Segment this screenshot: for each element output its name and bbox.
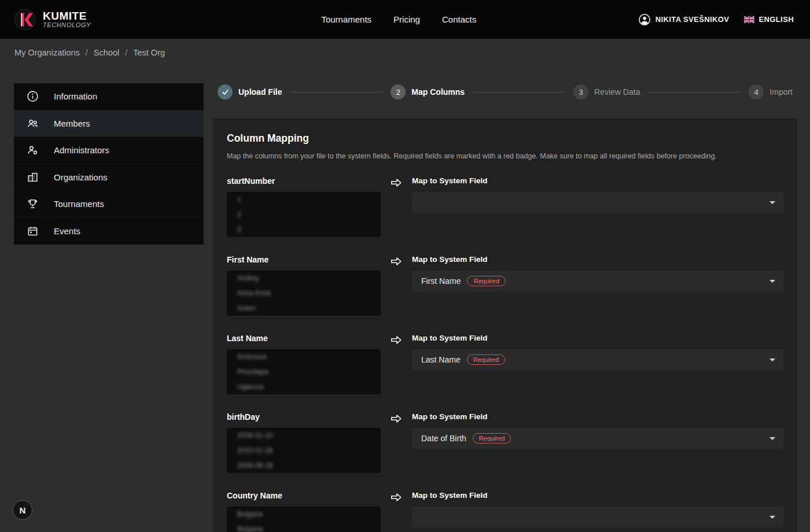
card-description: Map the columns from your file to the sy… bbox=[227, 152, 783, 160]
sidebar-item-label: Organizations bbox=[54, 172, 108, 182]
breadcrumb-school[interactable]: School bbox=[94, 48, 119, 57]
system-field-select[interactable]: First Name Required bbox=[412, 271, 783, 291]
nav-link-tournaments[interactable]: Tournaments bbox=[321, 14, 371, 24]
select-value: Last Name bbox=[421, 355, 461, 364]
brand-name: KUMITE bbox=[43, 10, 91, 22]
step-connector bbox=[648, 92, 741, 93]
breadcrumb-test-org[interactable]: Test Org bbox=[133, 48, 165, 57]
brand-subtitle: TECHNOLOGY bbox=[43, 22, 91, 29]
sidebar-item-information[interactable]: Information bbox=[14, 83, 204, 110]
sample-value: Prischepa bbox=[227, 364, 381, 379]
sidebar-item-administrators[interactable]: Administrators bbox=[14, 137, 204, 164]
sample-value: 1 bbox=[227, 192, 381, 207]
step-label: Review Data bbox=[594, 87, 640, 97]
sample-value: Bulgaria bbox=[227, 522, 381, 532]
kumite-logo-icon bbox=[14, 9, 36, 31]
sample-value: 2006-01-10 bbox=[227, 428, 381, 443]
step-map-columns: 2 Map Columns bbox=[391, 84, 465, 99]
sidebar-item-label: Members bbox=[54, 119, 90, 128]
sample-preview: 2006-01-10 2010-02-28 2008-08-28 bbox=[227, 428, 381, 473]
step-number: 4 bbox=[749, 84, 764, 99]
step-label: Import bbox=[770, 87, 793, 97]
sample-value: Smirnova bbox=[227, 349, 381, 364]
map-field-label: Map to System Field bbox=[412, 255, 783, 265]
sample-value: 2 bbox=[227, 207, 381, 222]
import-stepper: Upload File 2 Map Columns 3 Review Data … bbox=[213, 83, 797, 99]
step-label: Map Columns bbox=[411, 87, 465, 97]
system-field-select[interactable]: Date of Birth Required bbox=[412, 428, 783, 449]
required-badge: Required bbox=[467, 354, 506, 365]
uk-flag-icon bbox=[744, 16, 754, 23]
info-icon bbox=[26, 90, 39, 103]
chevron-down-icon bbox=[770, 280, 775, 283]
sample-value: Anton bbox=[227, 301, 381, 316]
sidebar-item-members[interactable]: Members bbox=[14, 110, 204, 138]
map-field-label: Map to System Field bbox=[412, 412, 783, 423]
source-column-name: startNumber bbox=[227, 176, 381, 187]
breadcrumb-separator: / bbox=[86, 48, 88, 57]
breadcrumb: My Organizations / School / Test Org bbox=[0, 39, 810, 66]
sidebar-item-tournaments[interactable]: Tournaments bbox=[14, 191, 204, 218]
step-number: 2 bbox=[391, 84, 406, 99]
chevron-down-icon bbox=[770, 201, 775, 204]
sidebar-item-label: Tournaments bbox=[54, 199, 104, 209]
map-field-label: Map to System Field bbox=[412, 491, 783, 501]
mapping-row-country-name: Country Name Bulgaria Bulgaria Bulgaria … bbox=[227, 491, 783, 532]
select-value: Date of Birth bbox=[421, 434, 466, 443]
sample-value: Bulgaria bbox=[227, 507, 381, 522]
nextjs-dev-badge[interactable]: N bbox=[13, 500, 32, 520]
navbar-right: NIKITA SVEŠNIKOV ENGLISH bbox=[638, 13, 794, 26]
source-column-name: First Name bbox=[227, 255, 381, 265]
map-arrow-icon bbox=[381, 334, 412, 394]
nav-link-contacts[interactable]: Contacts bbox=[442, 14, 476, 24]
top-navbar: KUMITE TECHNOLOGY Tournaments Pricing Co… bbox=[0, 0, 810, 39]
sidebar-item-organizations[interactable]: Organizations bbox=[14, 164, 204, 191]
brand-logo[interactable]: KUMITE TECHNOLOGY bbox=[14, 9, 91, 31]
map-arrow-icon bbox=[381, 491, 412, 532]
sample-value: 2010-02-28 bbox=[227, 443, 381, 458]
sample-value: Ugarova bbox=[227, 379, 381, 394]
system-field-select[interactable]: Required bbox=[412, 507, 783, 527]
organizations-icon bbox=[26, 171, 39, 183]
step-review-data: 3 Review Data bbox=[573, 84, 640, 99]
sample-value: 3 bbox=[227, 222, 381, 237]
page-layout: Information Members bbox=[0, 66, 810, 532]
nav-link-pricing[interactable]: Pricing bbox=[393, 14, 420, 24]
sidebar-item-label: Information bbox=[54, 91, 97, 101]
calendar-icon bbox=[26, 225, 39, 238]
user-avatar-icon bbox=[638, 13, 651, 26]
mapping-row-startnumber: startNumber 1 2 3 Map to System Field bbox=[227, 176, 783, 237]
sidebar-item-events[interactable]: Events bbox=[14, 218, 204, 245]
user-menu[interactable]: NIKITA SVEŠNIKOV bbox=[638, 13, 730, 26]
source-column-name: birthDay bbox=[227, 412, 381, 423]
step-upload-file: Upload File bbox=[218, 84, 282, 99]
main-nav: Tournaments Pricing Contacts bbox=[321, 14, 476, 24]
sidebar-item-label: Events bbox=[54, 226, 80, 236]
sample-preview: Bulgaria Bulgaria Bulgaria bbox=[227, 507, 381, 532]
sample-value: Anna Kristi bbox=[227, 286, 381, 301]
trophy-icon bbox=[26, 198, 39, 210]
main-content: Upload File 2 Map Columns 3 Review Data … bbox=[213, 83, 797, 532]
map-arrow-icon bbox=[381, 412, 412, 473]
required-badge: Required bbox=[467, 276, 506, 286]
map-arrow-icon bbox=[381, 255, 412, 316]
sidebar-item-label: Administrators bbox=[54, 145, 109, 155]
step-check-icon bbox=[218, 84, 233, 99]
source-column-name: Country Name bbox=[227, 491, 381, 501]
select-value: First Name bbox=[421, 276, 461, 286]
breadcrumb-my-organizations[interactable]: My Organizations bbox=[14, 48, 80, 57]
chevron-down-icon bbox=[770, 359, 775, 361]
user-name: NIKITA SVEŠNIKOV bbox=[656, 15, 730, 24]
required-badge: Required bbox=[473, 433, 511, 444]
language-switcher[interactable]: ENGLISH bbox=[744, 15, 794, 24]
step-number: 3 bbox=[573, 84, 588, 99]
system-field-select[interactable]: Required bbox=[412, 192, 783, 213]
sample-preview: Andrey Anna Kristi Anton bbox=[227, 271, 381, 316]
system-field-select[interactable]: Last Name Required bbox=[412, 349, 783, 370]
members-icon bbox=[26, 117, 39, 130]
map-field-label: Map to System Field bbox=[412, 334, 783, 344]
step-connector bbox=[290, 92, 382, 93]
source-column-name: Last Name bbox=[227, 334, 381, 344]
map-arrow-icon bbox=[381, 176, 412, 237]
step-import: 4 Import bbox=[749, 84, 793, 99]
